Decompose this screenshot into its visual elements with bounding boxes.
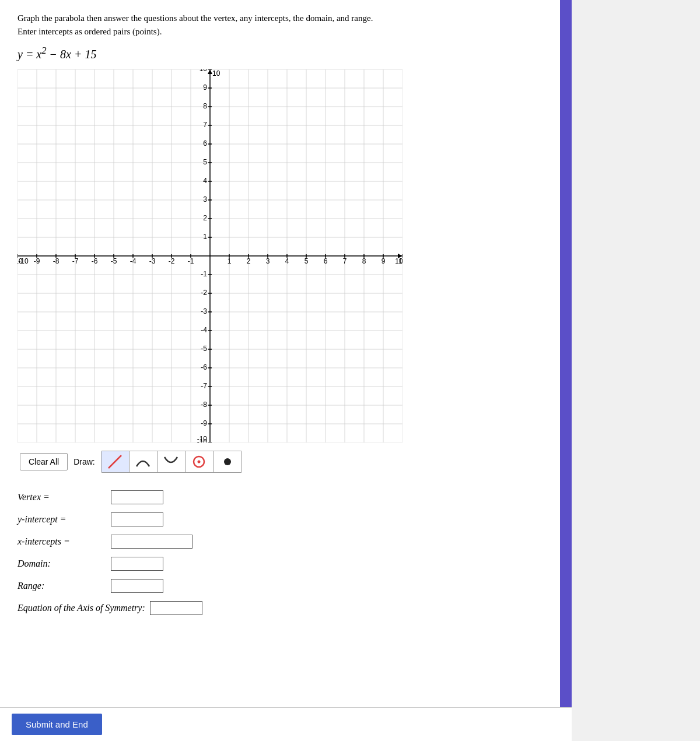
- vertex-label: Vertex =: [18, 492, 111, 503]
- dot-tool-icon: [219, 454, 236, 470]
- x-intercepts-label: x-intercepts =: [18, 536, 111, 547]
- curve-up-icon: [135, 454, 151, 470]
- curve-up-tool-button[interactable]: [130, 451, 158, 472]
- vertex-input[interactable]: [111, 490, 163, 504]
- y-intercept-row: y-intercept =: [18, 512, 554, 526]
- domain-row: Domain:: [18, 557, 554, 571]
- draw-label: Draw:: [74, 457, 95, 466]
- coordinate-graph[interactable]: [18, 69, 402, 443]
- axis-symmetry-input[interactable]: [150, 601, 202, 615]
- answer-form: Vertex = y-intercept = x-intercepts = Do…: [18, 490, 554, 615]
- curve-down-icon: [163, 454, 179, 470]
- range-input[interactable]: [111, 579, 163, 593]
- instructions-text: Graph the parabola then answer the quest…: [18, 12, 554, 38]
- x-intercepts-input[interactable]: [111, 535, 192, 549]
- circle-tool-icon: [191, 454, 207, 470]
- right-accent-bar: [560, 0, 572, 741]
- clear-all-button[interactable]: Clear All: [20, 453, 68, 470]
- curve-down-tool-button[interactable]: [158, 451, 186, 472]
- range-row: Range:: [18, 579, 554, 593]
- circle-tool-button[interactable]: [186, 451, 214, 472]
- line-tool-button[interactable]: [102, 451, 130, 472]
- svg-point-2: [198, 460, 201, 463]
- range-label: Range:: [18, 581, 111, 591]
- graph-area[interactable]: [18, 69, 554, 443]
- svg-point-3: [224, 458, 231, 465]
- draw-tools-group: [101, 451, 242, 473]
- domain-label: Domain:: [18, 559, 111, 569]
- y-intercept-label: y-intercept =: [18, 514, 111, 525]
- line-tool-icon: [107, 454, 123, 470]
- submit-end-button[interactable]: Submit and End: [12, 714, 102, 735]
- equation-display: y = x2 − 8x + 15: [18, 45, 554, 61]
- svg-line-0: [108, 455, 121, 468]
- vertex-row: Vertex =: [18, 490, 554, 504]
- y-intercept-input[interactable]: [111, 512, 163, 526]
- axis-symmetry-label: Equation of the Axis of Symmetry:: [18, 603, 145, 613]
- dot-tool-button[interactable]: [214, 451, 242, 472]
- axis-symmetry-row: Equation of the Axis of Symmetry:: [18, 601, 554, 615]
- submit-bar: Submit and End: [0, 707, 572, 741]
- x-intercepts-row: x-intercepts =: [18, 535, 554, 549]
- domain-input[interactable]: [111, 557, 163, 571]
- controls-row: Clear All Draw:: [20, 451, 554, 473]
